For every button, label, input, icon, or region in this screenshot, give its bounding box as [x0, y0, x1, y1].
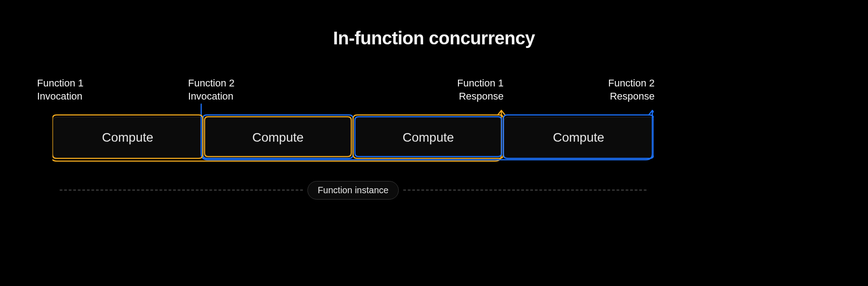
function2-invocation-label: Function 2 Invocation — [188, 77, 235, 103]
label-line: Invocation — [37, 91, 82, 102]
label-line: Function 2 — [608, 77, 655, 89]
label-line: Function 1 — [37, 77, 84, 89]
arrow-up-icon — [498, 110, 505, 115]
function-instance-pill: Function instance — [307, 181, 399, 200]
diagram-title: In-function concurrency — [0, 28, 868, 48]
label-line: Response — [459, 91, 504, 102]
label-line: Function 2 — [188, 77, 235, 89]
label-line: Invocation — [188, 91, 233, 102]
label-line: Response — [610, 91, 655, 102]
dashed-line-icon — [403, 190, 646, 191]
compute-box: Compute — [52, 117, 203, 158]
compute-row: Compute Compute Compute Compute — [52, 117, 654, 158]
function1-response-label: Function 1 Response — [431, 77, 504, 103]
compute-box: Compute — [353, 117, 504, 158]
function2-response-label: Function 2 Response — [582, 77, 655, 103]
dashed-line-icon — [60, 190, 303, 191]
arrow-up-icon — [649, 110, 654, 115]
compute-box: Compute — [203, 117, 354, 158]
compute-box: Compute — [504, 117, 654, 158]
function1-invocation-label: Function 1 Invocation — [37, 77, 84, 103]
function-instance-legend: Function instance — [60, 181, 646, 199]
label-line: Function 1 — [457, 77, 504, 89]
concurrency-diagram: Function 1 Invocation Function 2 Invocat… — [52, 77, 654, 204]
